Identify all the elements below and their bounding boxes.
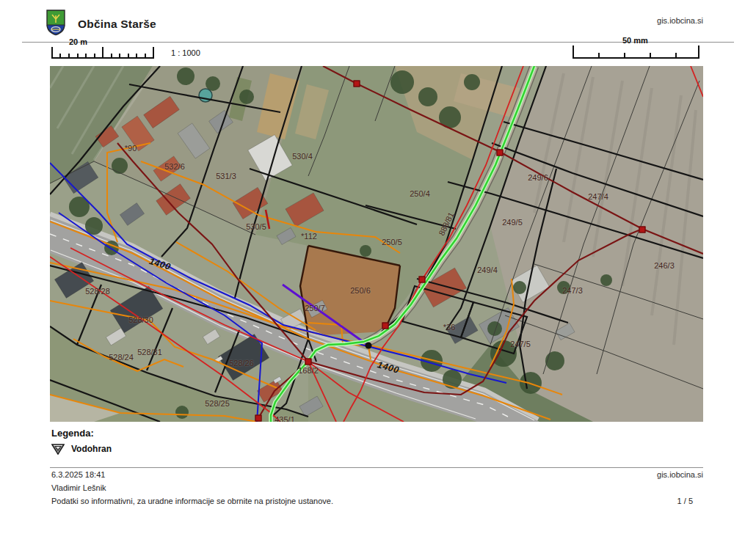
vodohran-icon [51, 443, 65, 455]
page-title: Občina Starše [78, 18, 156, 31]
print-page: Občina Starše gis.iobcina.si 20 m 1 : 10… [0, 0, 756, 534]
print-user: Vladimir Lešnik [51, 483, 106, 492]
print-datetime: 6.3.2025 18:41 [51, 470, 105, 479]
footer-divider [50, 467, 703, 468]
map-scale-ratio: 1 : 1000 [171, 48, 200, 57]
gis-map-viewport[interactable]: *90532/6531/3530/4250/4530/5*112250/5888… [50, 66, 703, 422]
legend-item-label: Vodohran [71, 444, 112, 454]
map-scale-bar-metric: 20 m [51, 47, 154, 59]
legend-item-vodohran: Vodohran [51, 443, 112, 455]
scale-bar-length-label: 50 mm [622, 36, 648, 45]
disclaimer-text: Podatki so informativni, za uradne infor… [51, 497, 333, 505]
site-url-header: gis.iobcina.si [657, 16, 703, 25]
map-scale-bar-print: 50 mm [573, 45, 699, 59]
municipality-coat-of-arms [46, 10, 66, 36]
legend-title: Legenda: [51, 428, 94, 439]
page-number: 1 / 5 [677, 497, 693, 505]
scale-bar-length-label: 20 m [69, 37, 87, 46]
aerial-imagery [50, 66, 703, 422]
site-url-footer: gis.iobcina.si [657, 470, 703, 479]
